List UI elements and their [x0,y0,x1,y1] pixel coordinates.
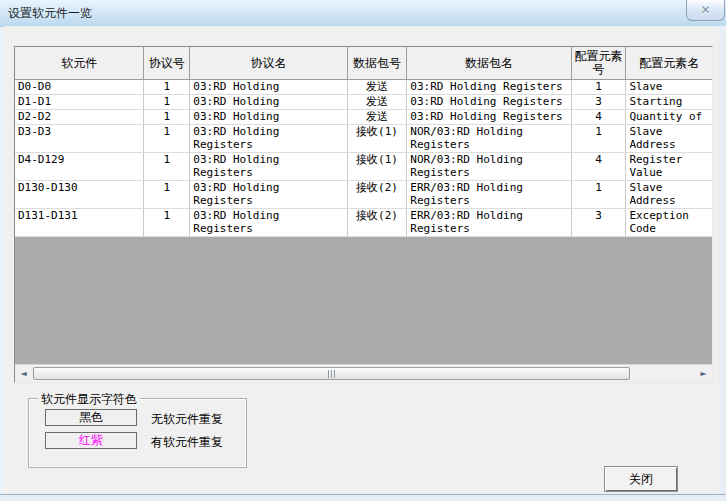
table-cell: D130-D130 [15,181,144,208]
table-cell: 发送 [348,95,408,109]
table-cell: 03:RD Holding Registers [407,80,571,94]
table-cell: 1 [144,95,190,109]
column-header[interactable]: 协议号 [144,47,190,79]
table-cell: 1 [144,153,190,180]
table-cell: D0-D0 [15,80,144,94]
table-cell: D2-D2 [15,110,144,124]
table-cell: ERR/03:RD Holding Registers [407,181,571,208]
table-row[interactable]: D2-D2103:RD Holding Registers发送03:RD Hol… [15,110,712,125]
close-icon: ✕ [700,3,710,17]
window-bottom-border [0,494,726,501]
table-cell: 4 [572,110,627,124]
scroll-right-icon: ► [700,369,706,378]
table-row[interactable]: D1-D1103:RD Holding Registers发送03:RD Hol… [15,95,712,110]
scroll-right-button[interactable]: ► [695,365,712,382]
window-right-border [719,26,726,494]
table-cell: 1 [144,209,190,236]
table-cell: 1 [144,125,190,152]
table-cell: 接收(2) [348,209,408,236]
table-cell: ERR/03:RD Holding Registers [407,209,571,236]
table-cell: 1 [572,125,627,152]
table-row[interactable]: D131-D131103:RD Holding Registers接收(2)ER… [15,209,712,237]
table-cell: D131-D131 [15,209,144,236]
device-list-table: 软元件协议号协议名数据包号数据包名配置元素号配置元素名 D0-D0103:RD … [14,46,713,383]
table-row[interactable]: D3-D3103:RD Holding Registers接收(1)NOR/03… [15,125,712,153]
table-cell: 1 [572,181,627,208]
table-cell: 发送 [348,110,408,124]
window-close-button[interactable]: ✕ [686,0,725,21]
table-cell: D4-D129 [15,153,144,180]
table-cell: Exception Code [626,209,712,236]
groupbox-title: 软元件显示字符色 [38,391,140,408]
column-header[interactable]: 数据包名 [407,47,571,79]
column-header[interactable]: 软元件 [15,47,144,79]
table-empty-area [15,237,712,364]
table-cell: 03:RD Holding Registers [190,80,347,94]
column-header[interactable]: 配置元素号 [572,47,627,79]
table-cell: 接收(2) [348,181,408,208]
black-color-button[interactable]: 黑色 [45,409,137,426]
scroll-left-button[interactable]: ◄ [15,365,32,382]
table-cell: D1-D1 [15,95,144,109]
has-duplicate-label: 有软元件重复 [151,434,223,451]
dialog-client-area: 软元件协议号协议名数据包号数据包名配置元素号配置元素名 D0-D0103:RD … [3,26,719,494]
table-cell: 接收(1) [348,153,408,180]
scroll-left-icon: ◄ [20,369,26,378]
table-cell: NOR/03:RD Holding Registers [407,125,571,152]
table-cell: Register Value [626,153,712,180]
scrollbar-thumb[interactable] [33,367,630,380]
table-cell: 接收(1) [348,125,408,152]
table-cell: 03:RD Holding Registers [190,110,347,124]
table-row[interactable]: D130-D130103:RD Holding Registers接收(2)ER… [15,181,712,209]
table-cell: Slave Address [626,125,712,152]
magenta-color-button-label: 红紫 [79,432,103,449]
column-header[interactable]: 协议名 [190,47,347,79]
table-cell: 03:RD Holding Registers [190,153,347,180]
table-cell: NOR/03:RD Holding Registers [407,153,571,180]
table-cell: 3 [572,95,627,109]
black-color-button-label: 黑色 [79,409,103,426]
table-cell: Starting [626,95,712,109]
close-dialog-button[interactable]: 关闭 [604,466,678,492]
no-duplicate-label: 无软元件重复 [151,411,223,428]
device-color-groupbox: 软元件显示字符色 黑色 无软元件重复 红紫 有软元件重复 [28,398,247,468]
table-cell: D3-D3 [15,125,144,152]
title-bar: 设置软元件一览 [0,0,726,27]
table-row[interactable]: D0-D0103:RD Holding Registers发送03:RD Hol… [15,80,712,95]
horizontal-scrollbar[interactable]: ◄ ► [15,364,712,382]
table-cell: Quantity of [626,110,712,124]
table-header-row: 软元件协议号协议名数据包号数据包名配置元素号配置元素名 [15,47,712,80]
table-cell: 03:RD Holding Registers [407,95,571,109]
table-cell: 1 [572,80,627,94]
table-cell: Slave [626,80,712,94]
close-dialog-button-label: 关闭 [629,471,653,488]
table-cell: 发送 [348,80,408,94]
table-cell: 03:RD Holding Registers [190,95,347,109]
table-cell: 1 [144,181,190,208]
magenta-color-button[interactable]: 红紫 [45,432,137,449]
table-cell: 4 [572,153,627,180]
table-cell: Slave Address [626,181,712,208]
window-title: 设置软元件一览 [8,5,92,22]
table-cell: 03:RD Holding Registers [190,181,347,208]
table-cell: 03:RD Holding Registers [190,125,347,152]
scrollbar-grip-icon [328,370,336,378]
table-row[interactable]: D4-D129103:RD Holding Registers接收(1)NOR/… [15,153,712,181]
table-cell: 03:RD Holding Registers [190,209,347,236]
table-cell: 03:RD Holding Registers [407,110,571,124]
table-cell: 3 [572,209,627,236]
table-cell: 1 [144,110,190,124]
table-cell: 1 [144,80,190,94]
column-header[interactable]: 数据包号 [348,47,408,79]
column-header[interactable]: 配置元素名 [626,47,712,79]
